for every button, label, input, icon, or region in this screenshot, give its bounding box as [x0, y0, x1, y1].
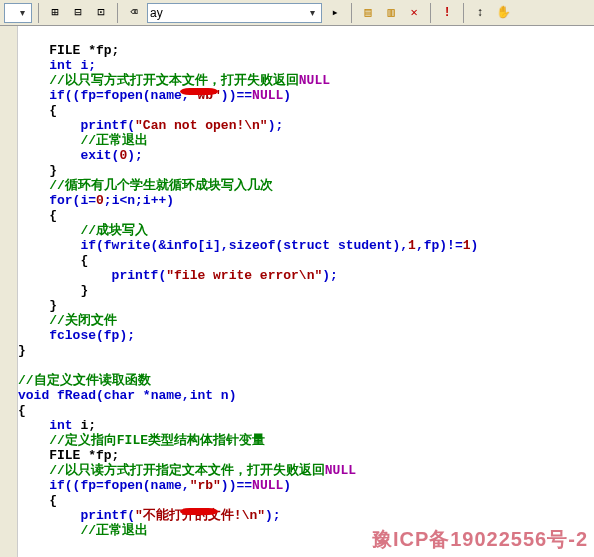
window-cascade-icon[interactable]: ⊟	[68, 3, 88, 23]
clear-icon[interactable]: ✕	[404, 3, 424, 23]
exclaim-icon[interactable]: !	[437, 3, 457, 23]
sort-icon[interactable]: ↕	[470, 3, 490, 23]
code-content: FILE *fp; int i; //以只写方式打开文本文件，打开失败返回NUL…	[18, 28, 594, 553]
window-tile-icon[interactable]: ⊞	[45, 3, 65, 23]
separator	[117, 3, 118, 23]
bookmark2-icon[interactable]: ▥	[381, 3, 401, 23]
code-editor[interactable]: FILE *fp; int i; //以只写方式打开文本文件，打开失败返回NUL…	[0, 26, 594, 557]
red-underline-mark	[180, 88, 218, 95]
go-icon[interactable]: ▸	[325, 3, 345, 23]
separator	[38, 3, 39, 23]
chevron-down-icon: ▾	[305, 7, 319, 18]
chevron-down-icon: ▾	[15, 7, 29, 18]
dropdown-symbol[interactable]: ay ▾	[147, 3, 322, 23]
editor-gutter	[0, 26, 18, 557]
red-underline-mark	[180, 508, 218, 515]
window-grid-icon[interactable]: ⊡	[91, 3, 111, 23]
dropdown-1[interactable]: ▾	[4, 3, 32, 23]
action-icon[interactable]: ⌫	[124, 3, 144, 23]
separator	[463, 3, 464, 23]
separator	[351, 3, 352, 23]
hand-icon[interactable]: ✋	[493, 3, 513, 23]
bookmark-icon[interactable]: ▤	[358, 3, 378, 23]
toolbar: ▾ ⊞ ⊟ ⊡ ⌫ ay ▾ ▸ ▤ ▥ ✕ ! ↕ ✋	[0, 0, 594, 26]
separator	[430, 3, 431, 23]
